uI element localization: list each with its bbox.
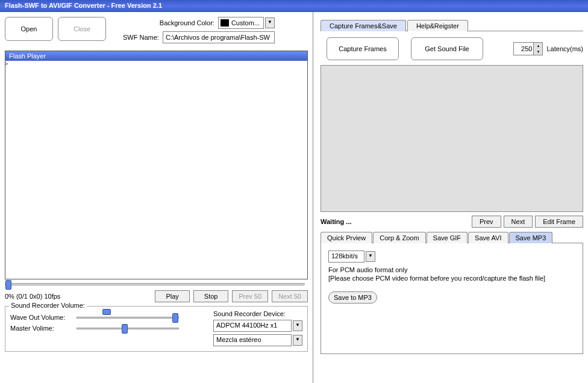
bitrate-dropdown-icon[interactable]: ▼ — [366, 251, 375, 262]
sound-recorder-title: Sound Recorder Volume: — [9, 302, 87, 309]
bg-color-label: Background Color: — [160, 19, 214, 26]
device-select-1[interactable]: ADPCM 44100Hz x1 — [213, 320, 292, 332]
master-vol-slider[interactable] — [77, 328, 179, 329]
main-tabs: Capture Frames&Save Help&Reigster — [321, 19, 583, 31]
get-sound-file-button[interactable]: Get Sound File — [411, 37, 483, 60]
pcm-info-1: For PCM audio format only — [328, 266, 575, 273]
master-vol-thumb[interactable] — [122, 324, 128, 334]
tab-crop-zoom[interactable]: Corp & Zoom — [373, 232, 425, 243]
status-text: 0% (0/1 0x0) 10fps — [5, 293, 151, 300]
flash-player-box: Flash Player > — [5, 51, 308, 279]
tab-capture-frames[interactable]: Capture Frames&Save — [321, 20, 406, 31]
capture-frames-button[interactable]: Capture Frames — [327, 37, 399, 60]
bg-color-value: Custom... — [231, 19, 260, 26]
next50-button[interactable]: Next 50 — [272, 290, 308, 302]
latency-input[interactable] — [514, 44, 533, 54]
wave-out-marker[interactable] — [102, 309, 111, 315]
progress-thumb[interactable] — [5, 280, 11, 290]
right-panel: Capture Frames&Save Help&Reigster Captur… — [313, 12, 588, 383]
title-bar: Flash-SWF to AVI/GIF Converter - Free Ve… — [0, 0, 588, 12]
next-button[interactable]: Next — [504, 216, 533, 228]
waiting-text: Waiting ... — [321, 218, 469, 225]
sound-recorder-fieldset: Sound Recorder Volume: Wave Out Volume: … — [5, 306, 308, 352]
tab-help-register[interactable]: Help&Reigster — [407, 20, 468, 31]
wave-out-slider[interactable] — [77, 317, 179, 319]
wave-out-thumb[interactable] — [172, 313, 178, 323]
device2-dropdown-icon[interactable]: ▼ — [293, 335, 302, 346]
sub-tabs: Quick Prview Corp & Zoom Save GIF Save A… — [321, 231, 583, 243]
save-to-mp3-button[interactable]: Save to MP3 — [328, 291, 377, 304]
device-select-2[interactable]: Mezcla estéreo — [213, 334, 292, 346]
pcm-info-2: [Please choose PCM video format before y… — [328, 275, 575, 282]
save-mp3-panel: 128kbit/s ▼ For PCM audio format only [P… — [321, 243, 583, 354]
device-label: Sound Recorder Device: — [213, 310, 302, 317]
app-title: Flash-SWF to AVI/GIF Converter - Free Ve… — [5, 2, 162, 9]
tab-save-mp3[interactable]: Save MP3 — [509, 232, 553, 243]
edit-frame-button[interactable]: Edit Frame — [535, 216, 583, 228]
master-vol-label: Master Volime: — [10, 325, 77, 332]
player-header: Flash Player — [5, 51, 307, 61]
stop-button[interactable]: Stop — [193, 290, 228, 302]
left-panel: Open Close Background Color: Custom... ▼… — [0, 12, 313, 383]
tab-save-gif[interactable]: Save GIF — [427, 232, 468, 243]
latency-down-icon[interactable]: ▼ — [534, 49, 542, 55]
swf-name-input[interactable] — [163, 31, 275, 43]
prev-button[interactable]: Prev — [472, 216, 501, 228]
bg-color-dropdown-icon[interactable]: ▼ — [265, 17, 275, 28]
player-resize-handle[interactable]: > — [5, 61, 8, 67]
device1-dropdown-icon[interactable]: ▼ — [293, 320, 302, 331]
bg-color-select[interactable]: Custom... — [218, 17, 264, 29]
bitrate-select[interactable]: 128kbit/s — [328, 251, 364, 263]
prev50-button[interactable]: Prev 50 — [232, 290, 268, 302]
play-button[interactable]: Play — [155, 290, 190, 302]
swf-name-label: SWF Name: — [123, 34, 159, 41]
latency-spinner[interactable]: ▲ ▼ — [513, 42, 543, 55]
latency-label: Latency(ms) — [546, 45, 583, 52]
open-button[interactable]: Open — [5, 17, 53, 41]
progress-slider[interactable] — [5, 283, 305, 285]
color-swatch — [220, 19, 229, 26]
latency-up-icon[interactable]: ▲ — [534, 43, 542, 49]
tab-save-avi[interactable]: Save AVI — [468, 232, 508, 243]
close-button[interactable]: Close — [58, 17, 106, 41]
frame-preview — [321, 65, 583, 212]
tab-quick-preview[interactable]: Quick Prview — [321, 232, 372, 243]
wave-out-label: Wave Out Volume: — [10, 314, 77, 321]
